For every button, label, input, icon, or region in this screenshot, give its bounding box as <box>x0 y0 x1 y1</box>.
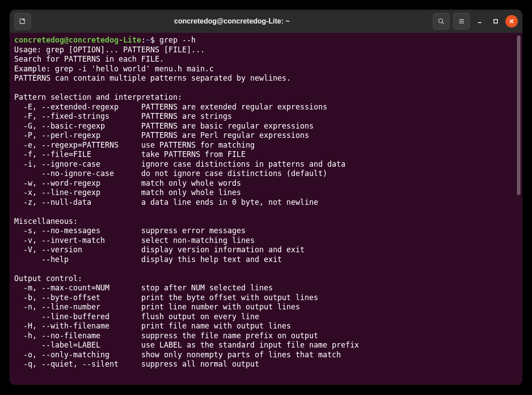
new-tab-icon <box>19 17 27 25</box>
prompt-dollar: $ <box>150 35 159 44</box>
option-description: PATTERNS are basic regular expressions <box>141 121 314 130</box>
option-row: -f, --file=FILE take PATTERNS from FILE <box>14 150 518 160</box>
option-description: use PATTERNS for matching <box>141 141 255 149</box>
option-flags: -E, --extended-regexp <box>14 102 141 111</box>
option-flags: -o, --only-matching <box>14 350 141 359</box>
option-flags: -m, --max-count=NUM <box>14 283 141 292</box>
scrollbar-thumb[interactable] <box>517 35 520 195</box>
option-flags: -H, --with-filename <box>14 321 141 330</box>
prompt-userhost: concretedog@concretedog-Lite <box>14 35 141 44</box>
prompt-path: ~ <box>146 35 150 44</box>
option-flags: -V, --version <box>14 245 141 254</box>
option-row: -H, --with-filename print file name with… <box>14 321 518 331</box>
option-description: use LABEL as the standard input file nam… <box>141 340 359 349</box>
option-flags: -b, --byte-offset <box>14 293 141 302</box>
option-flags: -v, --invert-match <box>14 236 141 245</box>
option-description: PATTERNS are extended regular expression… <box>141 102 328 111</box>
option-row: --line-buffered flush output on every li… <box>14 312 518 322</box>
option-flags: -e, --regexp=PATTERNS <box>14 141 141 149</box>
option-description: PATTERNS are strings <box>141 112 232 121</box>
option-flags: --line-buffered <box>14 312 141 321</box>
option-flags: -h, --no-filename <box>14 331 141 340</box>
option-description: print the byte offset with output lines <box>141 293 318 302</box>
section-title: Miscellaneous: <box>14 217 78 226</box>
option-flags: -F, --fixed-strings <box>14 112 141 121</box>
option-description: a data line ends in 0 byte, not newline <box>141 198 318 207</box>
window-title: concretedog@concretedog-Lite: ~ <box>35 17 429 25</box>
option-row: -E, --extended-regexp PATTERNS are exten… <box>14 102 518 112</box>
menu-button[interactable] <box>453 13 470 30</box>
section-title: Output control: <box>14 274 82 283</box>
option-row: -q, --quiet, --silent suppress all norma… <box>14 360 518 369</box>
option-description: ignore case distinctions in patterns and… <box>141 160 346 168</box>
terminal-content[interactable]: concretedog@concretedog-Lite:~$ grep --h… <box>10 33 522 385</box>
titlebar: concretedog@concretedog-Lite: ~ <box>10 10 522 33</box>
terminal-window: concretedog@concretedog-Lite: ~ <box>10 10 522 385</box>
help-header-line: Usage: grep [OPTION]... PATTERNS [FILE].… <box>14 45 205 54</box>
option-description: match only whole words <box>141 179 241 188</box>
option-description: suppress the file name prefix on output <box>141 331 318 340</box>
option-row: -i, --ignore-case ignore case distinctio… <box>14 160 518 169</box>
option-flags: -i, --ignore-case <box>14 160 141 168</box>
option-row: --help display this help text and exit <box>14 255 518 265</box>
option-row: -h, --no-filename suppress the file name… <box>14 331 518 341</box>
search-icon <box>437 17 445 25</box>
option-description: display this help text and exit <box>141 255 282 264</box>
minimize-button[interactable] <box>473 15 486 27</box>
option-description: display version information and exit <box>141 245 305 254</box>
section-title: Pattern selection and interpretation: <box>14 93 182 102</box>
option-description: suppress error messages <box>141 226 246 235</box>
search-button[interactable] <box>433 13 450 30</box>
option-description: print line number with output lines <box>141 302 300 311</box>
option-flags: --help <box>14 255 141 264</box>
option-flags: -s, --no-messages <box>14 226 141 235</box>
option-description: select non-matching lines <box>141 236 255 245</box>
option-flags: -f, --file=FILE <box>14 150 141 159</box>
prompt-line: concretedog@concretedog-Lite:~$ grep --h <box>14 35 196 44</box>
option-row: -z, --null-data a data line ends in 0 by… <box>14 198 518 207</box>
svg-rect-9 <box>494 20 497 23</box>
option-description: stop after NUM selected lines <box>141 283 273 292</box>
option-row: -m, --max-count=NUM stop after NUM selec… <box>14 283 518 293</box>
option-flags: -w, --word-regexp <box>14 179 141 188</box>
option-row: -F, --fixed-strings PATTERNS are strings <box>14 112 518 121</box>
svg-point-3 <box>438 19 442 23</box>
option-flags: -z, --null-data <box>14 198 141 207</box>
option-row: -o, --only-matching show only nonempty p… <box>14 350 518 360</box>
option-row: -v, --invert-match select non-matching l… <box>14 236 518 246</box>
option-row: -s, --no-messages suppress error message… <box>14 226 518 236</box>
option-row: -V, --version display version informatio… <box>14 245 518 255</box>
option-flags: -q, --quiet, --silent <box>14 360 141 368</box>
option-description: suppress all normal output <box>141 360 259 368</box>
maximize-button[interactable] <box>489 15 502 27</box>
command-entered: grep --h <box>160 35 196 44</box>
option-row: -x, --line-regexp match only whole lines <box>14 188 518 198</box>
option-description: flush output on every line <box>141 312 259 321</box>
option-flags: --no-ignore-case <box>14 169 141 178</box>
option-description: take PATTERNS from FILE <box>141 150 246 159</box>
option-flags: -x, --line-regexp <box>14 188 141 197</box>
hamburger-icon <box>458 17 466 25</box>
option-row: -G, --basic-regexp PATTERNS are basic re… <box>14 121 518 131</box>
option-description: do not ignore case distinctions (default… <box>141 169 328 178</box>
option-row: --label=LABEL use LABEL as the standard … <box>14 340 518 350</box>
option-flags: -n, --line-number <box>14 302 141 311</box>
close-button[interactable] <box>505 15 518 27</box>
option-row: -n, --line-number print line number with… <box>14 302 518 312</box>
option-flags: -P, --perl-regexp <box>14 131 141 140</box>
option-flags: --label=LABEL <box>14 340 141 349</box>
minimize-icon <box>477 19 482 24</box>
option-description: PATTERNS are Perl regular expressions <box>141 131 309 140</box>
help-header-line: Example: grep -i 'hello world' menu.h ma… <box>14 64 214 73</box>
option-row: -e, --regexp=PATTERNS use PATTERNS for m… <box>14 141 518 150</box>
option-flags: -G, --basic-regexp <box>14 121 141 130</box>
new-tab-button[interactable] <box>14 13 31 30</box>
option-row: -w, --word-regexp match only whole words <box>14 179 518 188</box>
option-description: show only nonempty parts of lines that m… <box>141 350 341 359</box>
close-icon <box>509 19 514 24</box>
option-row: -P, --perl-regexp PATTERNS are Perl regu… <box>14 131 518 141</box>
svg-line-4 <box>442 22 444 24</box>
maximize-icon <box>493 19 498 24</box>
terminal-viewport: concretedog@concretedog-Lite:~$ grep --h… <box>10 33 522 385</box>
titlebar-right-controls <box>433 13 518 30</box>
